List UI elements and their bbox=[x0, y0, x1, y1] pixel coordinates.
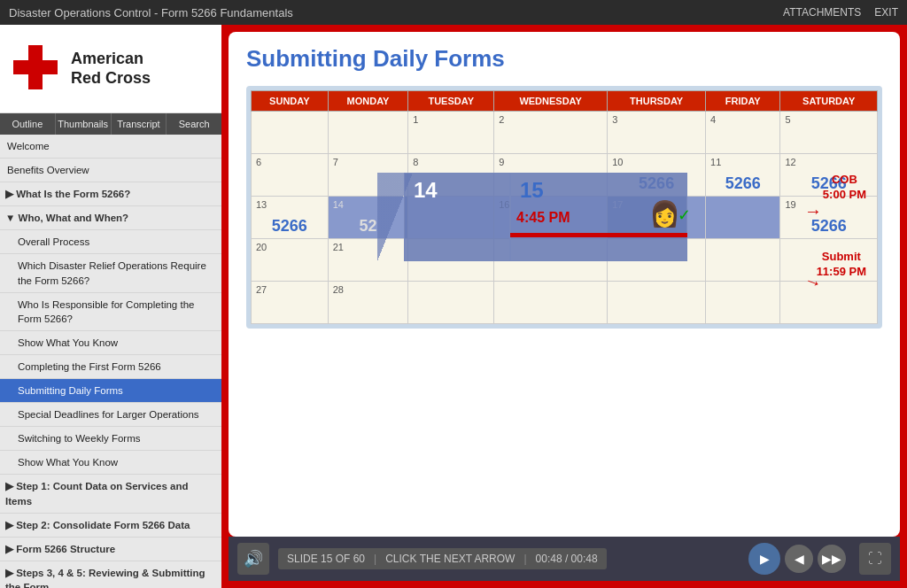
tab-search[interactable]: Search bbox=[167, 113, 221, 135]
cal-cell bbox=[252, 112, 329, 154]
cal-cell-18 bbox=[706, 197, 780, 239]
sidebar-item-benefits[interactable]: Benefits Overview bbox=[0, 159, 221, 182]
click-next-label: CLICK THE NEXT ARROW bbox=[385, 553, 515, 565]
sidebar-item-who-responsible[interactable]: Who Is Responsible for Completing the Fo… bbox=[0, 293, 221, 331]
sidebar-item-step1[interactable]: ▶ Step 1: Count Data on Services and Ite… bbox=[0, 475, 221, 513]
cal-cell: 4 bbox=[706, 112, 780, 154]
cal-cell bbox=[608, 282, 706, 324]
red-cross-logo bbox=[9, 41, 62, 97]
cal-cell bbox=[408, 282, 494, 324]
sidebar-item-show-1[interactable]: Show What You Know bbox=[0, 331, 221, 355]
slide-container: Submitting Daily Forms SUNDAY MONDAY TUE… bbox=[229, 32, 900, 537]
sidebar-item-welcome[interactable]: Welcome bbox=[0, 135, 221, 159]
rewind-button[interactable]: ◀ bbox=[785, 545, 813, 573]
col-monday: MONDAY bbox=[328, 91, 408, 112]
slide-info: SLIDE 15 OF 60 | CLICK THE NEXT ARROW | … bbox=[278, 548, 607, 569]
player-controls: ▶ ◀ ▶▶ bbox=[748, 543, 846, 575]
cal-cell bbox=[494, 282, 608, 324]
cal-cell bbox=[706, 239, 780, 282]
attachments-link[interactable]: ATTACHMENTS bbox=[783, 6, 861, 19]
overlay-14-label: 14 bbox=[405, 174, 509, 207]
app-title: Disaster Operations Control - Form 5266 … bbox=[9, 6, 293, 19]
sidebar-item-which-disaster[interactable]: Which Disaster Relief Operations Require… bbox=[0, 254, 221, 292]
sidebar-item-structure[interactable]: ▶ Form 5266 Structure bbox=[0, 538, 221, 561]
main-layout: American Red Cross Outline Thumbnails Tr… bbox=[0, 25, 907, 588]
org-name: American Red Cross bbox=[71, 50, 151, 88]
sidebar-scroll[interactable]: Welcome Benefits Overview ▶ What Is the … bbox=[0, 135, 221, 588]
titlebar: Disaster Operations Control - Form 5266 … bbox=[0, 0, 907, 25]
sidebar-item-who-what[interactable]: ▼ Who, What and When? bbox=[0, 206, 221, 230]
cal-cell: 3 bbox=[608, 112, 706, 154]
cal-cell: 5 bbox=[780, 112, 878, 154]
cal-cell: 2 bbox=[494, 112, 608, 154]
overlay-day-14: 14 bbox=[404, 173, 510, 261]
time-label: 4:45 PM bbox=[516, 210, 570, 226]
sidebar: American Red Cross Outline Thumbnails Tr… bbox=[0, 25, 221, 588]
cal-cell: 6 bbox=[252, 154, 329, 197]
sidebar-item-special[interactable]: Special Deadlines for Larger Operations bbox=[0, 403, 221, 427]
col-sunday: SUNDAY bbox=[252, 91, 329, 112]
volume-button[interactable]: 🔊 bbox=[237, 543, 269, 575]
checkmark-icon: ✓ bbox=[678, 205, 691, 225]
slide-title: Submitting Daily Forms bbox=[246, 45, 882, 73]
sidebar-item-step2[interactable]: ▶ Step 2: Consolidate Form 5266 Data bbox=[0, 514, 221, 538]
arrow-cob-icon: ← bbox=[804, 201, 822, 221]
time-display: 00:48 / 00:48 bbox=[536, 553, 598, 565]
cal-cell: 27 bbox=[252, 282, 329, 324]
cal-cell-11: 115266 bbox=[706, 154, 780, 197]
logo-area: American Red Cross bbox=[0, 25, 221, 113]
cal-cell: 28 bbox=[328, 282, 408, 324]
cal-cell: 1 bbox=[408, 112, 494, 154]
sidebar-item-what-is[interactable]: ▶ What Is the Form 5266? bbox=[0, 182, 221, 206]
sidebar-item-submitting[interactable]: Submitting Daily Forms bbox=[0, 379, 221, 403]
content-area: Submitting Daily Forms SUNDAY MONDAY TUE… bbox=[221, 25, 907, 588]
cal-cell bbox=[328, 112, 408, 154]
cal-cell bbox=[706, 282, 780, 324]
person-icon: 👩 bbox=[649, 199, 680, 228]
sidebar-item-steps345[interactable]: ▶ Steps 3, 4 & 5: Reviewing & Submitting… bbox=[0, 561, 221, 588]
table-row: 1 2 3 4 5 bbox=[252, 112, 878, 154]
svg-rect-2 bbox=[13, 60, 58, 74]
forward-button[interactable]: ▶▶ bbox=[818, 545, 846, 573]
tab-outline[interactable]: Outline bbox=[0, 113, 56, 135]
slide-number: SLIDE 15 OF 60 bbox=[287, 553, 365, 565]
red-divider-line bbox=[510, 233, 687, 237]
sidebar-item-overall[interactable]: Overall Process bbox=[0, 230, 221, 254]
tab-transcript[interactable]: Transcript bbox=[112, 113, 167, 135]
col-saturday: SATURDAY bbox=[780, 91, 878, 112]
cal-cell: 20 bbox=[252, 239, 329, 282]
tab-thumbnails[interactable]: Thumbnails bbox=[56, 113, 112, 135]
exit-link[interactable]: EXIT bbox=[874, 6, 898, 19]
fullscreen-button[interactable]: ⛶ bbox=[859, 543, 891, 575]
calendar-wrapper: SUNDAY MONDAY TUESDAY WEDNESDAY THURSDAY… bbox=[246, 86, 882, 329]
col-thursday: THURSDAY bbox=[608, 91, 706, 112]
cal-cell bbox=[780, 282, 878, 324]
sidebar-item-completing[interactable]: Completing the First Form 5266 bbox=[0, 355, 221, 379]
col-tuesday: TUESDAY bbox=[408, 91, 494, 112]
play-button[interactable]: ▶ bbox=[748, 543, 780, 575]
col-wednesday: WEDNESDAY bbox=[494, 91, 608, 112]
cal-cell-13: 135266 bbox=[252, 197, 329, 239]
col-friday: FRIDAY bbox=[706, 91, 780, 112]
sidebar-item-show-2[interactable]: Show What You Know bbox=[0, 451, 221, 475]
nav-tabs: Outline Thumbnails Transcript Search bbox=[0, 113, 221, 135]
annotation-cob: COB5:00 PM bbox=[823, 173, 866, 203]
sidebar-item-switching[interactable]: Switching to Weekly Forms bbox=[0, 427, 221, 451]
table-row: 27 28 bbox=[252, 282, 878, 324]
bottom-bar: 🔊 SLIDE 15 OF 60 | CLICK THE NEXT ARROW … bbox=[229, 537, 900, 581]
